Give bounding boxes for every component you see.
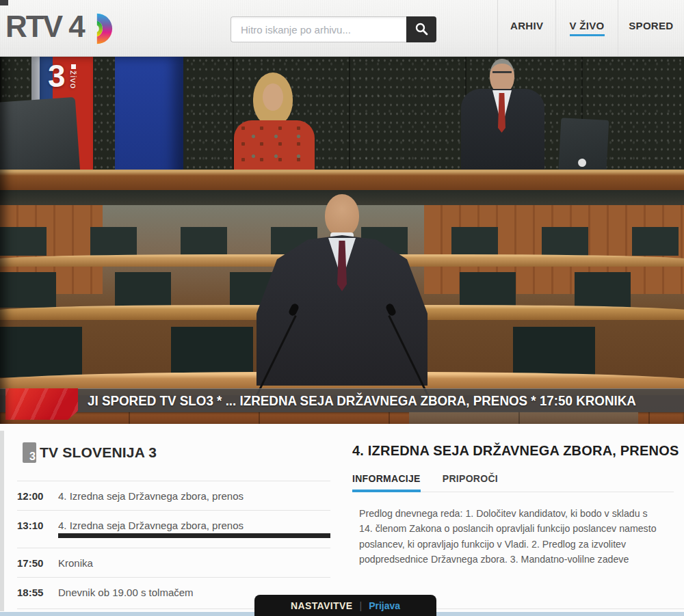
schedule-list: 12:00 4. Izredna seja Državnega zbora, p… [17,481,330,606]
search-input[interactable] [231,16,406,42]
page: RTV 4 [0,0,684,616]
rtv-4d-logo-icon [86,8,118,53]
schedule-title: 4. Izredna seja Državnega zbora, prenos [58,520,244,531]
dais-desk [0,170,684,190]
tab-informacije[interactable]: INFORMACIJE [352,473,421,492]
channel-name: TV SLOVENIJA 3 [40,444,157,461]
schedule-title: Dnevnik ob 19.00 s tolmačem [58,587,194,598]
schedule-time: 18:55 [17,587,58,598]
settings-button[interactable]: NASTAVITVE [291,600,353,611]
nav-label-spored: SPORED [629,20,673,36]
schedule-title: Kronika [58,557,93,569]
schedule-title: 4. Izredna seja Državnega zbora, prenos [58,490,244,502]
search-bar [231,16,436,42]
nav-item-v-zivo[interactable]: V ŽIVO [555,0,617,56]
front-bench [0,412,684,424]
left-gutter [0,431,4,616]
video-player[interactable]: JI SPORED TV SLO3 * ... IZREDNA SEJA DRŽ… [0,56,684,424]
ticker-text: JI SPORED TV SLO3 * ... IZREDNA SEJA DRŽ… [88,389,636,412]
search-icon [415,22,428,38]
progress-bar [58,533,330,538]
nav-label-arhiv: ARHIV [510,20,543,36]
schedule-row[interactable]: 17:50 Kronika [17,548,330,577]
channel-header: 3 TV SLOVENIJA 3 [23,442,157,463]
schedule-time: 17:50 [17,557,58,569]
settings-bar: NASTAVITVE | Prijava [254,595,436,616]
lower-section: 3 TV SLOVENIJA 3 12:00 4. Izredna seja D… [0,424,684,616]
settings-divider: | [360,600,363,611]
schedule-time: 13:10 [17,520,58,531]
search-button[interactable] [406,16,436,42]
news-ticker: JI SPORED TV SLO3 * ... IZREDNA SEJA DRŽ… [0,388,684,412]
program-title: 4. IZREDNA SEJA DRŽAVNEGA ZBORA, PRENOS [352,443,679,459]
channel-3-logo-icon: 3 [23,442,36,463]
login-link[interactable]: Prijava [369,600,400,611]
person-secretary [223,72,326,175]
watermark-channel-number: 3 [48,59,66,93]
details-tabs: INFORMACIJE PRIPOROČI [352,473,674,492]
rtv-4d-logo[interactable]: RTV 4 [5,7,118,53]
person-chairman [454,56,550,171]
schedule-row-current[interactable]: 13:10 4. Izredna seja Državnega zbora, p… [17,510,330,548]
tab-priporoci[interactable]: PRIPOROČI [443,473,498,492]
nav-item-spored[interactable]: SPORED [618,0,684,56]
nav-label-v-zivo: V ŽIVO [570,20,605,36]
schedule-time: 12:00 [17,490,58,502]
speaker-at-podium [256,190,428,416]
nav-item-arhiv[interactable]: ARHIV [497,0,555,56]
header: RTV 4 [0,0,684,57]
live-square-icon [71,64,76,69]
schedule-row[interactable]: 12:00 4. Izredna seja Državnega zbora, p… [17,481,330,510]
ticker-logo-block [5,388,78,420]
rtv-logo-text: RTV 4 [5,7,84,46]
channel-watermark: 3 živo [48,59,79,93]
main-nav: ARHIV V ŽIVO SPORED [497,0,684,56]
watermark-live-label: živo [68,70,79,89]
program-description: Predlog dnevnega reda: 1. Določitev kand… [359,506,660,567]
corner-block [0,0,8,5]
